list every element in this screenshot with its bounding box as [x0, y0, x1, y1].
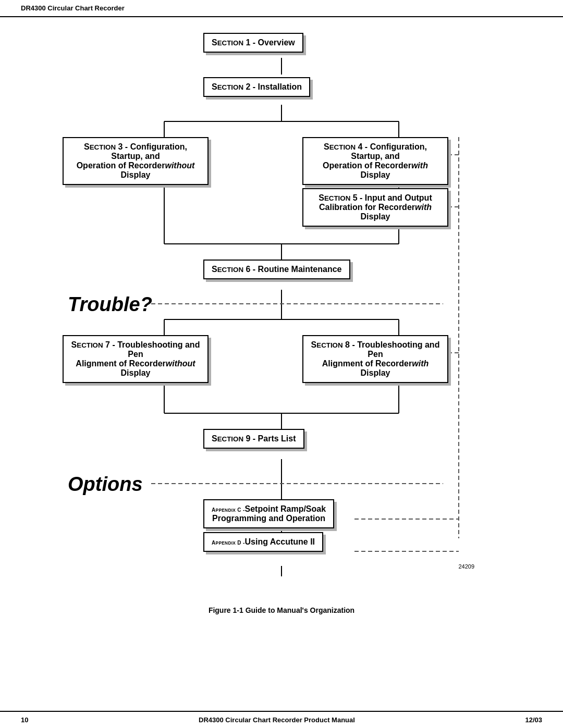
section-9-box: SECTION 9 - Parts List [203, 429, 360, 449]
appendix-c-box: APPENDIX C -Setpoint Ramp/Soak Programmi… [203, 499, 349, 528]
section-5-box: SECTION 5 - Input and Output Calibration… [302, 188, 448, 227]
footer-page-number: 10 [21, 716, 28, 724]
section-2-box: SECTION 2 - Installation [203, 77, 360, 97]
figure-id: 24209 [458, 563, 474, 570]
section-6-box: SECTION 6 - Routine Maintenance [203, 260, 360, 279]
section-3-box: SECTION 3 - Configuration, Startup, and … [63, 137, 209, 185]
s2-label: SECTION 2 - Installation [212, 82, 302, 91]
footer-right-text: 12/03 [525, 716, 542, 724]
section-1-box: SECTION 1 - Overview [203, 33, 360, 53]
section-8-box: SECTION 8 - Troubleshooting and Pen Alig… [302, 335, 448, 383]
page-header: DR4300 Circular Chart Recorder [0, 0, 563, 17]
header-title: DR4300 Circular Chart Recorder [21, 4, 125, 12]
flowchart-area: SECTION 1 - Overview SECTION 2 - Install… [47, 28, 516, 601]
section-4-box: SECTION 4 - Configuration, Startup, and … [302, 137, 448, 185]
page-footer: 10 DR4300 Circular Chart Recorder Produc… [0, 711, 563, 728]
section-7-box: SECTION 7 - Troubleshooting and Pen Alig… [63, 335, 209, 383]
figure-caption: Figure 1-1 Guide to Manual's Organizatio… [31, 606, 532, 614]
s1-label: SECTION 1 - Overview [212, 38, 295, 47]
trouble-label: Trouble? [68, 293, 152, 316]
main-content: SECTION 1 - Overview SECTION 2 - Install… [0, 17, 563, 656]
footer-center-text: DR4300 Circular Chart Recorder Product M… [199, 716, 355, 724]
options-label: Options [68, 473, 143, 496]
appendix-d-box: APPENDIX D -Using Accutune II [203, 532, 349, 552]
